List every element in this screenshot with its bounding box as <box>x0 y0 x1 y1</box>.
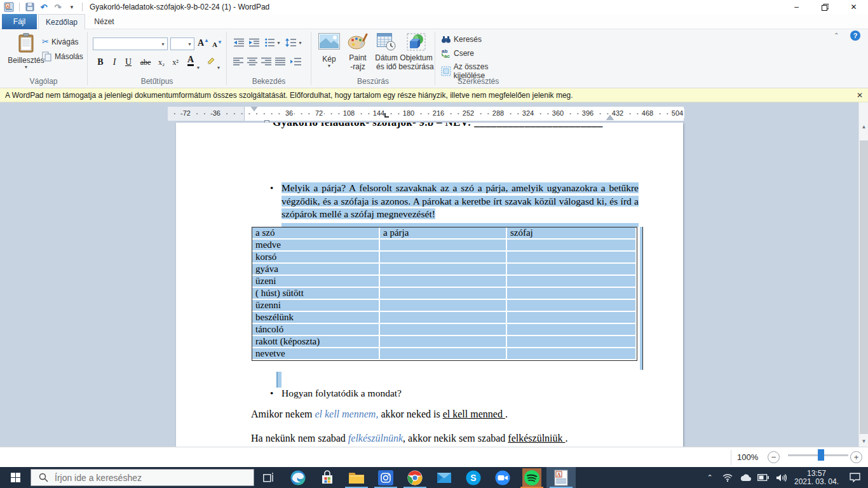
taskbar-icon-wordpad[interactable]: A <box>546 467 576 488</box>
word-cell[interactable]: gyáva <box>252 264 380 276</box>
superscript-button[interactable]: x² <box>169 56 182 67</box>
taskbar-search[interactable] <box>31 469 254 486</box>
sentence-2[interactable]: Ha nekünk nem szabad felkészülnünk, akko… <box>251 433 568 444</box>
taskbar-clock[interactable]: 13:57 2021. 03. 04. <box>792 470 841 486</box>
battery-indicator[interactable] <box>756 474 770 481</box>
align-center-button[interactable] <box>247 57 257 66</box>
first-line-indent-marker[interactable] <box>251 107 257 111</box>
empty-cell[interactable] <box>507 276 637 288</box>
help-button[interactable]: ? <box>850 30 860 41</box>
increase-indent-button[interactable] <box>248 38 260 47</box>
cut-button[interactable]: ✂ Kivágás <box>42 37 79 46</box>
zoom-in-button[interactable]: + <box>850 451 862 463</box>
find-button[interactable]: Keresés <box>441 34 482 44</box>
empty-cell[interactable] <box>507 336 637 348</box>
empty-cell[interactable] <box>507 300 637 312</box>
taskbar-icon-instagram[interactable] <box>371 467 400 488</box>
vertical-scrollbar[interactable]: ▲ ▼ <box>858 102 868 447</box>
task1-paragraph[interactable]: Melyik a párja? A felsorolt szavaknak az… <box>281 182 639 221</box>
task-view-button[interactable] <box>254 467 283 488</box>
highlight-dropdown[interactable]: ▼ <box>216 58 221 70</box>
font-name-combobox[interactable]: ▼ <box>93 37 168 50</box>
empty-cell[interactable] <box>380 264 507 276</box>
empty-cell[interactable] <box>380 288 507 300</box>
task2-heading[interactable]: Hogyan folytatódik a mondat? <box>281 388 402 399</box>
empty-cell[interactable] <box>380 300 507 312</box>
word-cell[interactable]: üzenni <box>252 300 380 312</box>
tab-stop-marker[interactable] <box>384 113 389 118</box>
word-cell[interactable]: korsó <box>252 252 380 264</box>
taskbar-icon-edge[interactable] <box>283 467 313 488</box>
collapse-ribbon-button[interactable]: ⌃ <box>834 32 839 39</box>
qat-customize-button[interactable]: ▼ <box>66 1 78 13</box>
empty-cell[interactable] <box>380 240 507 252</box>
align-left-button[interactable] <box>233 57 243 66</box>
taskbar-icon-chrome[interactable] <box>400 467 430 488</box>
word-cell[interactable]: üzeni <box>252 276 380 288</box>
empty-cell[interactable] <box>380 276 507 288</box>
shrink-font-button[interactable]: A▼ <box>211 37 224 48</box>
scrollbar-thumb[interactable] <box>860 140 868 434</box>
action-center-button[interactable] <box>845 473 864 482</box>
paragraph-dialog-button[interactable] <box>290 57 302 66</box>
font-size-combobox[interactable]: ▼ <box>170 37 194 50</box>
taskbar-icon-zoom[interactable] <box>488 467 517 488</box>
tab-home[interactable]: Kezdőlap <box>38 14 85 29</box>
word-cell[interactable]: táncoló <box>252 324 380 336</box>
taskbar-icon-mail[interactable] <box>430 467 459 488</box>
tab-file[interactable]: Fájl <box>2 14 37 29</box>
volume-indicator[interactable] <box>774 473 788 482</box>
align-right-button[interactable] <box>261 57 271 66</box>
right-indent-marker[interactable] <box>606 115 614 120</box>
bold-button[interactable]: B <box>94 56 107 67</box>
paint-drawing-button[interactable]: Paint -rajz <box>344 33 371 71</box>
ruler[interactable]: -72-363672108144180216252288324360396432… <box>168 107 684 121</box>
zoom-out-button[interactable]: − <box>768 451 780 463</box>
empty-cell[interactable] <box>380 312 507 324</box>
insert-object-button[interactable]: Objektum beszúrása <box>398 33 435 71</box>
restore-button[interactable] <box>811 0 839 14</box>
word-cell[interactable]: medve <box>252 240 380 252</box>
empty-cell[interactable] <box>507 288 637 300</box>
warning-close-button[interactable]: ✕ <box>857 91 863 100</box>
empty-cell[interactable] <box>507 324 637 336</box>
tab-view[interactable]: Nézet <box>86 14 122 29</box>
empty-cell[interactable] <box>507 240 637 252</box>
wifi-indicator[interactable] <box>721 473 735 482</box>
onedrive-indicator[interactable] <box>738 474 752 482</box>
scroll-up-button[interactable]: ▲ <box>859 121 868 132</box>
save-button[interactable] <box>24 1 36 13</box>
empty-cell[interactable] <box>380 348 507 360</box>
zoom-slider-thumb[interactable] <box>818 449 824 461</box>
italic-button[interactable]: I <box>108 56 121 67</box>
close-button[interactable]: ✕ <box>839 0 868 14</box>
start-button[interactable] <box>0 467 31 488</box>
undo-button[interactable]: ↶ <box>38 1 50 13</box>
subscript-button[interactable]: x₂ <box>155 56 168 67</box>
word-cell[interactable]: beszélünk <box>252 312 380 324</box>
empty-cell[interactable] <box>507 348 637 360</box>
word-cell[interactable]: rakott (képoszta) <box>252 336 380 348</box>
sentence-1[interactable]: Amikor nekem el kell mennem, akkor neked… <box>251 409 508 420</box>
word-table[interactable]: a szóa párjaszófaj medvekorsógyávaüzeni(… <box>252 227 637 361</box>
empty-cell[interactable] <box>507 264 637 276</box>
empty-cell[interactable] <box>507 252 637 264</box>
taskbar-icon-file-explorer[interactable] <box>342 467 371 488</box>
grow-font-button[interactable]: A▲ <box>197 37 210 48</box>
tray-overflow-button[interactable]: ⌃ <box>703 473 717 482</box>
empty-cell[interactable] <box>380 336 507 348</box>
insert-picture-button[interactable]: Kép ▼ <box>316 33 342 68</box>
word-cell[interactable]: ( húst) sütött <box>252 288 380 300</box>
list-button[interactable]: ▼ <box>265 38 281 47</box>
line-spacing-button[interactable]: ▼ <box>285 38 302 47</box>
copy-button[interactable]: Másolás <box>42 51 83 62</box>
taskbar-icon-microsoft-store[interactable] <box>313 467 342 488</box>
empty-cell[interactable] <box>507 312 637 324</box>
redo-button[interactable]: ↷ <box>52 1 64 13</box>
document-page[interactable]: Gyakorló feladatok- szófajok- 9.b – NÉV:… <box>176 123 683 447</box>
paste-button[interactable]: Beillesztés ▼ <box>8 33 44 69</box>
empty-cell[interactable] <box>380 252 507 264</box>
taskbar-icon-spotify[interactable] <box>517 467 546 488</box>
strikethrough-button[interactable]: abe <box>137 56 154 67</box>
minimize-button[interactable]: – <box>782 0 811 14</box>
